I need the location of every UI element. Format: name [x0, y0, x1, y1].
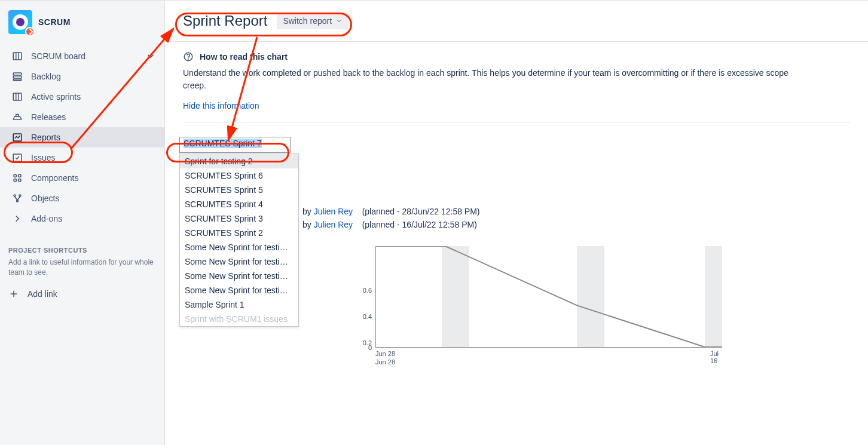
dropdown-item[interactable]: SCRUMTES Sprint 2 [180, 226, 298, 240]
svg-rect-4 [13, 76, 22, 78]
sidebar-item-label: Components [31, 173, 78, 183]
main-content: Sprint Report Switch report How to read … [165, 1, 868, 445]
dropdown-item[interactable]: Some New Sprint for testi… [180, 254, 298, 269]
meta-by: by [302, 220, 311, 229]
project-name: SCRUM [38, 17, 71, 27]
svg-line-18 [15, 197, 18, 200]
chevron-down-icon [335, 17, 343, 24]
sidebar: SCRUM SCRUM board Backlog Active sprints… [0, 1, 165, 445]
sprint-select-value: SCRUMTES Sprint 7 [184, 139, 262, 148]
sidebar-item-sprints[interactable]: Active sprints [0, 87, 164, 107]
sidebar-item-label: Reports [31, 133, 60, 142]
sprint-meta: by Julien Rey (planned - 28/Jun/22 12:58… [302, 207, 850, 229]
sidebar-item-label: Active sprints [31, 92, 81, 102]
sidebar-item-backlog[interactable]: Backlog [0, 66, 164, 87]
x-tick: Jul 16 [710, 350, 719, 364]
dropdown-item[interactable]: SCRUMTES Sprint 5 [180, 183, 298, 197]
project-header: SCRUM [0, 10, 164, 46]
dropdown-item[interactable]: SCRUMTES Sprint 4 [180, 197, 298, 211]
y-tick: 0 [368, 344, 372, 351]
dropdown-item[interactable]: Sprint for testing 2 [180, 154, 298, 168]
svg-rect-5 [13, 79, 22, 81]
svg-point-14 [19, 179, 22, 182]
sidebar-item-issues[interactable]: Issues [0, 148, 164, 168]
svg-line-19 [17, 197, 20, 200]
switch-report-button[interactable]: Switch report [277, 13, 349, 29]
meta-user-link[interactable]: Julien Rey [314, 207, 353, 216]
sprint-select[interactable]: SCRUMTES Sprint 7 [179, 137, 291, 153]
sprint-meta-row: by Julien Rey (planned - 16/Jul/22 12:58… [302, 220, 850, 229]
sidebar-item-label: SCRUM board [31, 51, 85, 61]
sidebar-nav: SCRUM board Backlog Active sprints Relea… [0, 46, 164, 229]
sidebar-item-reports[interactable]: Reports [0, 127, 164, 148]
sidebar-item-label: Backlog [31, 72, 61, 81]
dropdown-item[interactable]: Sprint with SCRUM1 issues [180, 312, 298, 326]
svg-rect-0 [13, 53, 22, 60]
y-tick: 0.4 [363, 313, 372, 320]
backlog-icon [12, 71, 23, 82]
dropdown-item[interactable]: Some New Sprint for testi… [180, 240, 298, 254]
chart-icon [12, 132, 23, 143]
svg-rect-6 [13, 93, 22, 100]
help-description: Understand the work completed or pushed … [183, 67, 805, 92]
sidebar-item-label: Add-ons [31, 214, 62, 223]
meta-planned: (planned - 28/Jun/22 12:58 PM) [362, 207, 480, 216]
ship-icon [12, 112, 23, 122]
sidebar-item-label: Releases [31, 112, 66, 122]
x-tick: Jun 28 [375, 350, 395, 357]
sprint-meta-row: by Julien Rey (planned - 28/Jun/22 12:58… [302, 207, 850, 216]
dropdown-item[interactable]: SCRUMTES Sprint 6 [180, 168, 298, 183]
dropdown-item[interactable]: Some New Sprint for testi… [180, 283, 298, 297]
meta-user-link[interactable]: Julien Rey [314, 220, 353, 229]
issues-icon [12, 152, 23, 163]
dropdown-item[interactable]: SCRUMTES Sprint 3 [180, 211, 298, 226]
svg-rect-10 [13, 154, 22, 161]
dropdown-item[interactable]: Sample Sprint 1 [180, 297, 298, 312]
sidebar-item-board[interactable]: SCRUM board [0, 46, 164, 66]
objects-icon [12, 193, 23, 204]
page-title: Sprint Report [183, 13, 267, 29]
x-tick: Jun 28 [375, 358, 395, 366]
svg-point-23 [188, 59, 189, 59]
components-icon [12, 173, 23, 183]
help-icon [183, 51, 194, 62]
dropdown-item[interactable]: Some New Sprint for testi… [180, 269, 298, 283]
board-icon [12, 51, 23, 62]
y-tick: 0.6 [363, 287, 372, 294]
svg-point-17 [17, 200, 19, 202]
add-link-button[interactable]: Add link [0, 284, 164, 304]
svg-point-13 [14, 179, 17, 182]
chart-line [376, 246, 722, 347]
chevron-down-icon [281, 142, 287, 148]
plus-icon [8, 289, 19, 299]
sprint-dropdown: Sprint for testing 2 SCRUMTES Sprint 6 S… [179, 154, 299, 327]
sidebar-item-objects[interactable]: Objects [0, 188, 164, 208]
sidebar-item-addons[interactable]: Add-ons [0, 208, 164, 229]
switch-report-label: Switch report [283, 16, 332, 26]
sprints-icon [12, 91, 23, 102]
sidebar-item-releases[interactable]: Releases [0, 107, 164, 127]
help-title: How to read this chart [200, 52, 288, 62]
svg-rect-3 [13, 73, 22, 75]
svg-point-16 [19, 195, 21, 197]
meta-by: by [302, 207, 311, 216]
svg-point-12 [19, 174, 22, 177]
svg-point-11 [14, 174, 17, 177]
sidebar-item-label: Issues [31, 153, 55, 162]
sidebar-item-label: Objects [31, 194, 59, 203]
project-avatar [8, 10, 32, 34]
add-link-label: Add link [27, 289, 57, 299]
svg-point-15 [14, 195, 16, 197]
svg-marker-24 [283, 144, 286, 146]
chevron-down-icon [145, 51, 156, 62]
hide-info-link[interactable]: Hide this information [183, 101, 259, 111]
sidebar-item-components[interactable]: Components [0, 168, 164, 188]
meta-planned: (planned - 16/Jul/22 12:58 PM) [362, 220, 477, 229]
chevron-right-icon [12, 213, 23, 224]
shortcuts-label: PROJECT SHORTCUTS [0, 229, 164, 257]
shortcuts-desc: Add a link to useful information for you… [0, 257, 164, 284]
